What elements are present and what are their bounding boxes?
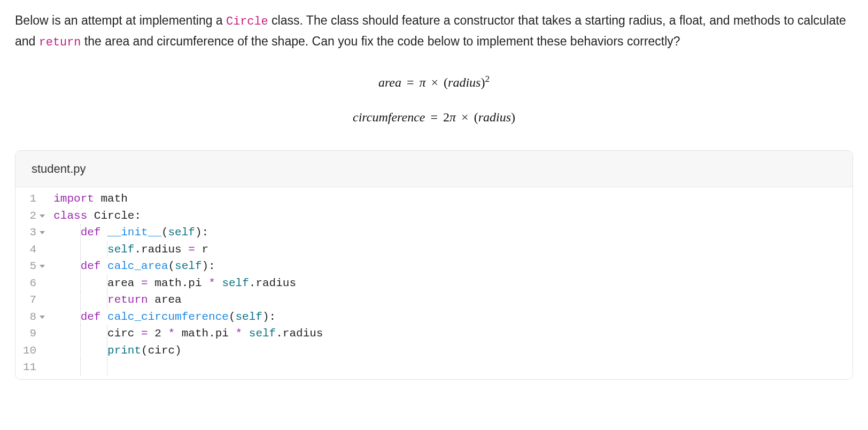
- gutter-line: 11: [23, 359, 45, 376]
- code-line: circ = 2 * math.pi * self.radius: [53, 325, 852, 342]
- gutter-line: 7: [23, 291, 45, 309]
- gutter-line: 5: [23, 258, 45, 275]
- formula-circumference: circumference = 2π × (radius): [15, 102, 853, 133]
- code-line: import math: [53, 190, 852, 208]
- fold-icon[interactable]: [40, 265, 45, 268]
- code-line: class Circle:: [53, 208, 852, 225]
- formula-area: area = π × (radius)2: [15, 67, 853, 98]
- code-line: def __init__(self):: [53, 224, 852, 241]
- code-line: return area: [53, 291, 852, 309]
- code-area[interactable]: import math class Circle: def __init__(s…: [49, 187, 852, 379]
- fold-icon[interactable]: [40, 316, 45, 319]
- line-number-gutter: 1 2 3 4 5 6 7 8 9 10 11: [15, 187, 49, 379]
- fold-icon[interactable]: [40, 214, 45, 218]
- editor-filename-tab[interactable]: student.py: [15, 151, 852, 187]
- gutter-line: 4: [23, 241, 45, 258]
- code-editor: student.py 1 2 3 4 5 6 7 8 9 10 11 impor…: [15, 150, 853, 380]
- gutter-line: 2: [23, 208, 45, 225]
- code-line: [53, 359, 852, 376]
- gutter-line: 9: [23, 325, 45, 342]
- gutter-line: 8: [23, 309, 45, 326]
- code-line: print(circ): [53, 342, 852, 359]
- editor-filename: student.py: [32, 162, 86, 175]
- gutter-line: 6: [23, 275, 45, 292]
- gutter-line: 10: [23, 342, 45, 359]
- code-line: def calc_area(self):: [53, 258, 852, 275]
- gutter-line: 3: [23, 224, 45, 241]
- code-line: def calc_circumference(self):: [53, 309, 852, 326]
- problem-statement: Below is an attempt at implementing a Ci…: [15, 11, 853, 52]
- gutter-line: 1: [23, 190, 45, 208]
- inline-code-circle: Circle: [226, 15, 268, 28]
- inline-code-return: return: [39, 36, 81, 49]
- prose-text: Below is an attempt at implementing a: [15, 13, 226, 27]
- code-line: self.radius = r: [53, 241, 852, 258]
- prose-text: the area and circumference of the shape.…: [81, 34, 680, 48]
- fold-icon[interactable]: [40, 231, 45, 234]
- code-line: area = math.pi * self.radius: [53, 275, 852, 292]
- formula-block: area = π × (radius)2 circumference = 2π …: [15, 67, 853, 133]
